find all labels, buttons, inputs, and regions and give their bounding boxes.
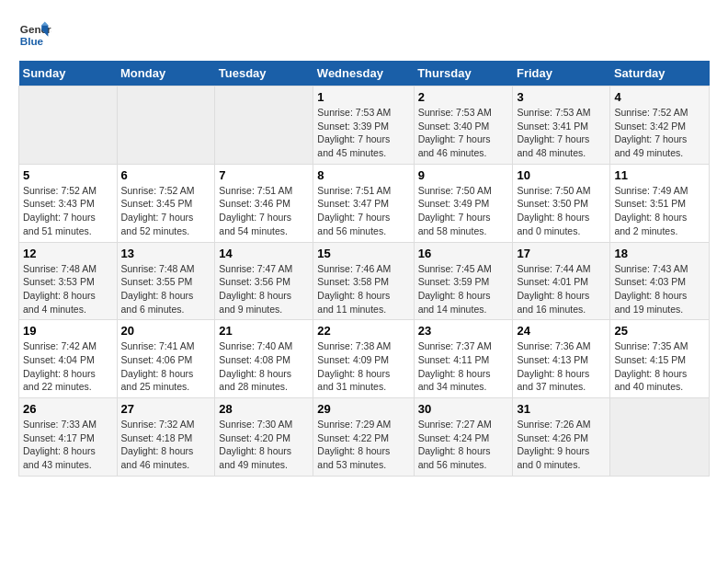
day-number: 20 [121, 324, 211, 338]
day-number: 28 [219, 402, 309, 416]
calendar-day-cell: 27Sunrise: 7:32 AM Sunset: 4:18 PM Dayli… [117, 398, 215, 477]
calendar-day-cell: 7Sunrise: 7:51 AM Sunset: 3:46 PM Daylig… [215, 164, 313, 242]
day-number: 26 [23, 402, 113, 416]
day-info: Sunrise: 7:50 AM Sunset: 3:49 PM Dayligh… [418, 184, 509, 238]
calendar-week-row: 1Sunrise: 7:53 AM Sunset: 3:39 PM Daylig… [19, 86, 710, 165]
day-info: Sunrise: 7:37 AM Sunset: 4:11 PM Dayligh… [418, 339, 509, 394]
calendar-day-cell: 14Sunrise: 7:47 AM Sunset: 3:56 PM Dayli… [215, 242, 313, 320]
calendar-day-cell: 10Sunrise: 7:50 AM Sunset: 3:50 PM Dayli… [513, 164, 610, 242]
day-number: 17 [517, 247, 606, 260]
day-info: Sunrise: 7:42 AM Sunset: 4:04 PM Dayligh… [23, 339, 113, 394]
day-number: 15 [317, 247, 409, 260]
calendar-day-cell: 22Sunrise: 7:38 AM Sunset: 4:09 PM Dayli… [313, 320, 414, 398]
calendar-week-row: 5Sunrise: 7:52 AM Sunset: 3:43 PM Daylig… [19, 164, 710, 242]
weekday-header: Wednesday [313, 61, 414, 86]
page-header: General Blue [18, 18, 710, 52]
day-info: Sunrise: 7:47 AM Sunset: 3:56 PM Dayligh… [219, 262, 309, 316]
day-info: Sunrise: 7:43 AM Sunset: 4:03 PM Dayligh… [614, 262, 705, 316]
day-number: 25 [614, 324, 705, 338]
day-number: 12 [23, 247, 113, 260]
day-info: Sunrise: 7:52 AM Sunset: 3:45 PM Dayligh… [121, 184, 211, 238]
calendar-day-cell: 21Sunrise: 7:40 AM Sunset: 4:08 PM Dayli… [215, 320, 313, 398]
calendar-day-cell [215, 86, 313, 165]
day-info: Sunrise: 7:33 AM Sunset: 4:17 PM Dayligh… [23, 418, 113, 472]
calendar-day-cell: 3Sunrise: 7:53 AM Sunset: 3:41 PM Daylig… [513, 86, 610, 165]
day-number: 5 [23, 168, 113, 182]
calendar-day-cell [610, 398, 710, 477]
calendar-day-cell: 31Sunrise: 7:26 AM Sunset: 4:26 PM Dayli… [513, 398, 610, 477]
day-number: 19 [23, 324, 113, 338]
day-info: Sunrise: 7:53 AM Sunset: 3:39 PM Dayligh… [317, 106, 409, 160]
calendar-day-cell: 15Sunrise: 7:46 AM Sunset: 3:58 PM Dayli… [313, 242, 414, 320]
day-number: 2 [418, 90, 509, 104]
day-info: Sunrise: 7:32 AM Sunset: 4:18 PM Dayligh… [121, 418, 211, 472]
day-info: Sunrise: 7:27 AM Sunset: 4:24 PM Dayligh… [418, 418, 509, 472]
day-number: 21 [219, 324, 309, 338]
calendar-week-row: 12Sunrise: 7:48 AM Sunset: 3:53 PM Dayli… [19, 242, 710, 320]
day-number: 14 [219, 247, 309, 260]
day-info: Sunrise: 7:48 AM Sunset: 3:53 PM Dayligh… [23, 262, 113, 316]
day-info: Sunrise: 7:53 AM Sunset: 3:41 PM Dayligh… [517, 106, 606, 160]
weekday-header: Friday [513, 61, 610, 86]
day-number: 31 [517, 402, 606, 416]
day-number: 29 [317, 402, 409, 416]
calendar-day-cell [117, 86, 215, 165]
day-info: Sunrise: 7:52 AM Sunset: 3:42 PM Dayligh… [614, 106, 705, 160]
calendar-day-cell: 30Sunrise: 7:27 AM Sunset: 4:24 PM Dayli… [414, 398, 513, 477]
weekday-header: Sunday [19, 61, 118, 86]
weekday-header: Thursday [414, 61, 513, 86]
weekday-header: Tuesday [215, 61, 313, 86]
calendar-day-cell: 18Sunrise: 7:43 AM Sunset: 4:03 PM Dayli… [610, 242, 710, 320]
calendar-day-cell: 1Sunrise: 7:53 AM Sunset: 3:39 PM Daylig… [313, 86, 414, 165]
day-info: Sunrise: 7:46 AM Sunset: 3:58 PM Dayligh… [317, 262, 409, 316]
day-info: Sunrise: 7:51 AM Sunset: 3:47 PM Dayligh… [317, 184, 409, 238]
day-number: 6 [121, 168, 211, 182]
day-number: 11 [614, 168, 705, 182]
day-info: Sunrise: 7:38 AM Sunset: 4:09 PM Dayligh… [317, 339, 409, 394]
calendar-day-cell: 24Sunrise: 7:36 AM Sunset: 4:13 PM Dayli… [513, 320, 610, 398]
calendar-day-cell [19, 86, 118, 165]
day-number: 24 [517, 324, 606, 338]
day-number: 10 [517, 168, 606, 182]
calendar-day-cell: 12Sunrise: 7:48 AM Sunset: 3:53 PM Dayli… [19, 242, 118, 320]
day-info: Sunrise: 7:52 AM Sunset: 3:43 PM Dayligh… [23, 184, 113, 238]
calendar-day-cell: 23Sunrise: 7:37 AM Sunset: 4:11 PM Dayli… [414, 320, 513, 398]
weekday-header: Monday [117, 61, 215, 86]
calendar-table: SundayMondayTuesdayWednesdayThursdayFrid… [18, 61, 710, 477]
calendar-header: SundayMondayTuesdayWednesdayThursdayFrid… [19, 61, 710, 86]
calendar-day-cell: 17Sunrise: 7:44 AM Sunset: 4:01 PM Dayli… [513, 242, 610, 320]
day-number: 8 [317, 168, 409, 182]
day-number: 13 [121, 247, 211, 260]
day-info: Sunrise: 7:51 AM Sunset: 3:46 PM Dayligh… [219, 184, 309, 238]
day-info: Sunrise: 7:41 AM Sunset: 4:06 PM Dayligh… [121, 339, 211, 394]
day-number: 22 [317, 324, 409, 338]
logo: General Blue [18, 18, 51, 52]
calendar-day-cell: 6Sunrise: 7:52 AM Sunset: 3:45 PM Daylig… [117, 164, 215, 242]
day-info: Sunrise: 7:49 AM Sunset: 3:51 PM Dayligh… [614, 184, 705, 238]
calendar-day-cell: 16Sunrise: 7:45 AM Sunset: 3:59 PM Dayli… [414, 242, 513, 320]
day-number: 7 [219, 168, 309, 182]
day-number: 1 [317, 90, 409, 104]
weekday-header: Saturday [610, 61, 710, 86]
day-number: 3 [517, 90, 606, 104]
calendar-day-cell: 4Sunrise: 7:52 AM Sunset: 3:42 PM Daylig… [610, 86, 710, 165]
calendar-day-cell: 25Sunrise: 7:35 AM Sunset: 4:15 PM Dayli… [610, 320, 710, 398]
calendar-day-cell: 20Sunrise: 7:41 AM Sunset: 4:06 PM Dayli… [117, 320, 215, 398]
day-info: Sunrise: 7:30 AM Sunset: 4:20 PM Dayligh… [219, 418, 309, 472]
day-number: 4 [614, 90, 705, 104]
calendar-day-cell: 13Sunrise: 7:48 AM Sunset: 3:55 PM Dayli… [117, 242, 215, 320]
calendar-day-cell: 29Sunrise: 7:29 AM Sunset: 4:22 PM Dayli… [313, 398, 414, 477]
calendar-week-row: 19Sunrise: 7:42 AM Sunset: 4:04 PM Dayli… [19, 320, 710, 398]
calendar-day-cell: 5Sunrise: 7:52 AM Sunset: 3:43 PM Daylig… [19, 164, 118, 242]
svg-text:Blue: Blue [20, 35, 44, 47]
day-number: 9 [418, 168, 509, 182]
day-info: Sunrise: 7:29 AM Sunset: 4:22 PM Dayligh… [317, 418, 409, 472]
calendar-day-cell: 8Sunrise: 7:51 AM Sunset: 3:47 PM Daylig… [313, 164, 414, 242]
day-number: 27 [121, 402, 211, 416]
day-info: Sunrise: 7:48 AM Sunset: 3:55 PM Dayligh… [121, 262, 211, 316]
calendar-day-cell: 9Sunrise: 7:50 AM Sunset: 3:49 PM Daylig… [414, 164, 513, 242]
day-number: 23 [418, 324, 509, 338]
calendar-day-cell: 19Sunrise: 7:42 AM Sunset: 4:04 PM Dayli… [19, 320, 118, 398]
calendar-day-cell: 11Sunrise: 7:49 AM Sunset: 3:51 PM Dayli… [610, 164, 710, 242]
day-info: Sunrise: 7:40 AM Sunset: 4:08 PM Dayligh… [219, 339, 309, 394]
